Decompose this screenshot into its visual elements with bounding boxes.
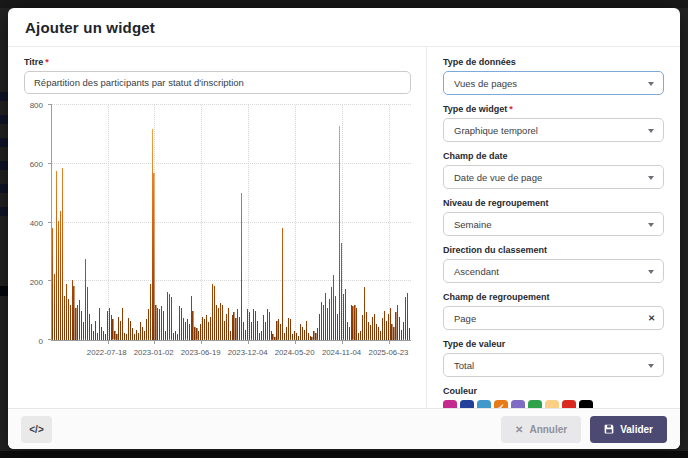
color-swatch[interactable] <box>460 400 474 408</box>
code-view-button[interactable]: </> <box>21 416 52 443</box>
chart-bar <box>75 308 76 340</box>
chart-bar <box>391 324 392 340</box>
chart-bar <box>140 322 141 340</box>
chart-bar <box>233 312 234 340</box>
chevron-down-icon <box>648 223 654 227</box>
chart-bar <box>208 322 209 340</box>
modal-body: Titre* 0200400600800 2022-07-182023-01-0… <box>8 47 680 408</box>
x-tick-label: 2024-05-20 <box>275 348 315 357</box>
chart-bar <box>192 311 193 340</box>
chart-bar <box>327 308 328 340</box>
data-type-select[interactable]: Vues de pages <box>443 71 664 95</box>
grouping-level-select[interactable]: Semaine <box>443 212 664 236</box>
x-tick-label: 2025-06-23 <box>369 348 409 357</box>
validate-button-label: Valider <box>620 424 653 435</box>
chart-bar <box>251 322 252 340</box>
chart-bar <box>194 327 195 340</box>
color-swatch[interactable]: ✓ <box>494 400 508 408</box>
value-type-select[interactable]: Total <box>443 353 664 377</box>
chart-bar <box>93 331 94 340</box>
chart-bar <box>249 312 250 340</box>
chart-bar <box>317 328 318 340</box>
color-label: Couleur <box>443 386 664 396</box>
chart-bar <box>300 324 301 340</box>
cancel-button[interactable]: ✕ Annuler <box>501 416 581 443</box>
chart-bar <box>339 126 340 340</box>
chart-bar <box>68 299 69 340</box>
color-swatch[interactable] <box>528 400 542 408</box>
sort-direction-select[interactable]: Ascendant <box>443 259 664 283</box>
field-color: Couleur ✓ <box>443 386 664 408</box>
grouping-field-select[interactable]: Page ✕ <box>443 306 664 330</box>
chart-bar <box>388 314 389 340</box>
chart-bar <box>265 322 266 340</box>
field-date-field: Champ de date Date de vue de page <box>443 151 664 189</box>
chart-bar <box>118 317 119 341</box>
y-tick-label: 0 <box>39 337 43 346</box>
chart-bar <box>79 300 80 340</box>
color-swatch[interactable] <box>511 400 525 408</box>
chart-bar <box>62 168 63 340</box>
chart-bar <box>103 331 104 340</box>
select-value: Ascendant <box>454 266 499 277</box>
chart-bar <box>393 327 394 340</box>
chart-bar <box>308 333 309 340</box>
chart-bar <box>56 171 57 340</box>
chart-bar <box>384 311 385 340</box>
chart-bar <box>130 321 131 340</box>
chart-bar <box>101 327 102 340</box>
chart-bar <box>148 309 149 340</box>
chart-bar <box>212 284 213 340</box>
chart-bar <box>352 306 353 340</box>
validate-button[interactable]: Valider <box>590 416 667 443</box>
field-widget-type: Type de widget* Graphique temporel <box>443 104 664 142</box>
settings-pane: Type de données Vues de pages Type de wi… <box>426 47 680 408</box>
color-swatch[interactable] <box>579 400 593 408</box>
chart-bar <box>325 293 326 340</box>
chart-x-axis: 2022-07-182023-01-022023-06-192023-12-04… <box>51 344 411 357</box>
chart-bar <box>202 317 203 341</box>
clear-icon[interactable]: ✕ <box>648 314 655 323</box>
date-field-select[interactable]: Date de vue de page <box>443 165 664 189</box>
chart-bar <box>343 294 344 340</box>
chart-bar <box>204 319 205 340</box>
color-swatch[interactable] <box>443 400 457 408</box>
chart-bar <box>280 324 281 340</box>
chart-bar <box>185 322 186 340</box>
select-value: Graphique temporel <box>454 125 538 136</box>
cancel-button-label: Annuler <box>529 424 567 435</box>
title-input[interactable] <box>24 71 411 94</box>
x-tick-label: 2023-01-02 <box>134 348 174 357</box>
chart-bar <box>109 308 110 340</box>
chart-bar <box>311 337 312 340</box>
chart-bar <box>70 305 71 340</box>
x-tick-label: 2023-12-04 <box>228 348 268 357</box>
chart-bar <box>228 308 229 340</box>
chart-bar <box>146 319 147 340</box>
chart-bar <box>198 331 199 340</box>
field-label: Direction du classement <box>443 245 664 255</box>
color-swatch[interactable] <box>562 400 576 408</box>
required-marker: * <box>509 104 513 114</box>
color-swatch[interactable] <box>477 400 491 408</box>
select-value: Total <box>454 360 474 371</box>
widget-type-select[interactable]: Graphique temporel <box>443 118 664 142</box>
chart-bar <box>362 315 363 340</box>
chart-bar <box>298 336 299 340</box>
chart-bar <box>278 319 279 340</box>
chart-bar <box>144 331 145 340</box>
field-label: Champ de date <box>443 151 664 161</box>
chart-bar <box>333 275 334 340</box>
chart-bar <box>235 318 236 340</box>
chart-bar <box>134 334 135 340</box>
color-swatch[interactable] <box>545 400 559 408</box>
chart-bar <box>315 333 316 340</box>
chart-bar <box>372 317 373 341</box>
chart-bar <box>323 305 324 340</box>
field-label: Type de données <box>443 57 664 67</box>
chart-bar <box>165 331 166 340</box>
select-value: Date de vue de page <box>454 172 542 183</box>
chart-bar <box>403 322 404 340</box>
chart-bar <box>189 324 190 340</box>
chart-bar <box>214 286 215 340</box>
